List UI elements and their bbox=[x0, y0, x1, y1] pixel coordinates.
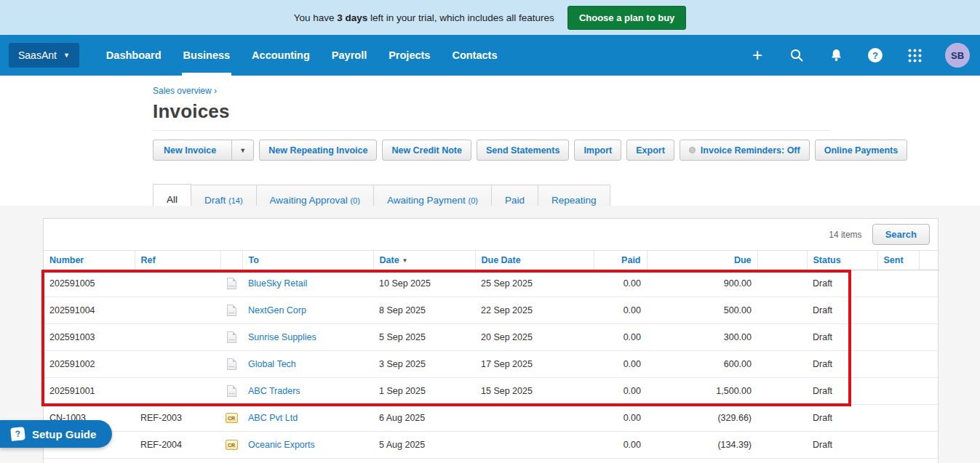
choose-plan-button[interactable]: Choose a plan to buy bbox=[567, 6, 686, 30]
invoice-doc-icon bbox=[227, 331, 236, 343]
table-row[interactable]: 202591001 ABC Traders 1 Sep 2025 15 Sep … bbox=[44, 378, 939, 405]
search-icon[interactable] bbox=[788, 47, 805, 64]
invoice-doc-icon bbox=[227, 305, 236, 316]
col-to[interactable]: To bbox=[242, 251, 373, 270]
invoice-number: 202591002 bbox=[44, 351, 135, 378]
invoice-reminders-button[interactable]: Invoice Reminders: Off bbox=[680, 140, 810, 161]
invoice-number: 202591005 bbox=[44, 270, 135, 297]
table-header-row: Number Ref To Date▼ Due Date Paid Due St… bbox=[44, 251, 939, 270]
breadcrumb[interactable]: Sales overview › bbox=[153, 86, 217, 96]
nav-item-business[interactable]: Business bbox=[172, 35, 241, 76]
help-icon[interactable]: ? bbox=[867, 47, 884, 64]
avatar[interactable]: SB bbox=[945, 43, 970, 68]
trial-banner: You have 3 days left in your trial, whic… bbox=[0, 0, 980, 35]
apps-grid-icon[interactable] bbox=[906, 47, 923, 64]
contact-link[interactable]: ABC Pvt Ltd bbox=[248, 413, 298, 423]
new-credit-note-button[interactable]: New Credit Note bbox=[382, 140, 471, 161]
new-repeating-invoice-button[interactable]: New Repeating Invoice bbox=[259, 140, 377, 161]
nav-item-dashboard[interactable]: Dashboard bbox=[95, 35, 172, 76]
col-date[interactable]: Date▼ bbox=[373, 251, 475, 270]
col-doc-type bbox=[220, 251, 242, 270]
items-count: 14 items bbox=[829, 230, 861, 240]
page-title: Invoices bbox=[153, 100, 980, 123]
status-badge: Draft bbox=[807, 324, 877, 351]
table-row[interactable]: 202591005 BlueSky Retail 10 Sep 2025 25 … bbox=[44, 270, 939, 297]
reminder-status-dot-icon bbox=[689, 147, 696, 153]
invoice-number: 202591004 bbox=[44, 297, 135, 324]
invoice-number: 202591003 bbox=[44, 324, 135, 351]
nav-items: Dashboard Business Accounting Payroll Pr… bbox=[95, 35, 509, 76]
table-row[interactable]: CN-1004 REF-2004 CR Oceanic Exports 5 Au… bbox=[44, 432, 939, 459]
nav-item-projects[interactable]: Projects bbox=[378, 35, 441, 76]
contact-link[interactable]: Global Tech bbox=[248, 359, 296, 369]
sort-desc-icon: ▼ bbox=[402, 257, 408, 264]
export-button[interactable]: Export bbox=[626, 140, 674, 161]
contact-link[interactable]: ABC Traders bbox=[248, 386, 300, 396]
page-header: Sales overview › Invoices bbox=[0, 76, 980, 123]
contact-link[interactable]: BlueSky Retail bbox=[248, 278, 307, 289]
setup-guide-button[interactable]: ? Setup Guide bbox=[0, 420, 112, 448]
invoice-number: 202591001 bbox=[44, 378, 135, 405]
table-row[interactable]: 202591002 Global Tech 3 Sep 2025 17 Sep … bbox=[44, 351, 939, 378]
status-badge: Draft bbox=[807, 432, 877, 459]
col-due[interactable]: Due bbox=[647, 251, 757, 270]
invoice-doc-icon bbox=[227, 278, 236, 289]
contact-link[interactable]: Sunrise Supplies bbox=[248, 332, 316, 342]
import-button[interactable]: Import bbox=[574, 140, 621, 161]
new-invoice-button[interactable]: New Invoice ▼ bbox=[153, 140, 254, 161]
org-name: SaasAnt bbox=[18, 49, 57, 61]
col-paid[interactable]: Paid bbox=[594, 251, 647, 270]
status-badge: Draft bbox=[807, 405, 877, 432]
table-row[interactable]: 202591004 NextGen Corp 8 Sep 2025 22 Sep… bbox=[44, 297, 939, 324]
contact-link[interactable]: NextGen Corp bbox=[248, 305, 306, 315]
invoice-doc-icon bbox=[227, 358, 236, 370]
nav-item-accounting[interactable]: Accounting bbox=[241, 35, 321, 76]
col-spacer bbox=[757, 251, 807, 270]
invoice-toolbar: New Invoice ▼ New Repeating Invoice New … bbox=[153, 140, 980, 161]
plus-icon[interactable]: + bbox=[749, 47, 766, 64]
col-spacer-end bbox=[919, 251, 939, 270]
col-number[interactable]: Number bbox=[44, 251, 135, 270]
setup-guide-label: Setup Guide bbox=[32, 428, 96, 440]
col-ref[interactable]: Ref bbox=[135, 251, 220, 270]
table-row[interactable]: 202591003 Sunrise Supplies 5 Sep 2025 20… bbox=[44, 324, 939, 351]
nav-item-payroll[interactable]: Payroll bbox=[321, 35, 378, 76]
table-controls: 14 items Search bbox=[44, 219, 938, 250]
col-sent[interactable]: Sent bbox=[877, 251, 919, 270]
invoice-doc-icon bbox=[227, 385, 236, 397]
header-divider bbox=[153, 130, 829, 131]
send-statements-button[interactable]: Send Statements bbox=[477, 140, 569, 161]
credit-note-icon: CR bbox=[226, 440, 238, 450]
invoice-table-card: 14 items Search Number Ref To Date▼ Due … bbox=[43, 218, 939, 463]
org-menu[interactable]: SaasAnt ▼ bbox=[9, 43, 79, 68]
online-payments-button[interactable]: Online Payments bbox=[815, 140, 907, 161]
trial-banner-text: You have 3 days left in your trial, whic… bbox=[294, 12, 554, 23]
credit-note-icon: CR bbox=[226, 413, 238, 423]
contact-link[interactable]: Oceanic Exports bbox=[248, 440, 315, 450]
status-badge: Draft bbox=[807, 270, 877, 297]
chevron-down-icon[interactable]: ▼ bbox=[231, 140, 253, 160]
nav-right-icons: + ? SB bbox=[749, 43, 970, 68]
status-badge: Draft bbox=[807, 378, 877, 405]
status-badge: Draft bbox=[807, 351, 877, 378]
setup-guide-icon: ? bbox=[10, 427, 25, 441]
invoices-table: Number Ref To Date▼ Due Date Paid Due St… bbox=[44, 250, 939, 459]
status-badge: Draft bbox=[807, 297, 877, 324]
nav-item-contacts[interactable]: Contacts bbox=[441, 35, 508, 76]
search-button[interactable]: Search bbox=[872, 224, 930, 245]
top-nav: SaasAnt ▼ Dashboard Business Accounting … bbox=[0, 35, 980, 76]
col-due-date[interactable]: Due Date bbox=[475, 251, 594, 270]
bell-icon[interactable] bbox=[827, 47, 845, 64]
chevron-down-icon: ▼ bbox=[63, 52, 70, 59]
col-status[interactable]: Status bbox=[807, 251, 877, 270]
table-row[interactable]: CN-1003 REF-2003 CR ABC Pvt Ltd 6 Aug 20… bbox=[44, 405, 939, 432]
